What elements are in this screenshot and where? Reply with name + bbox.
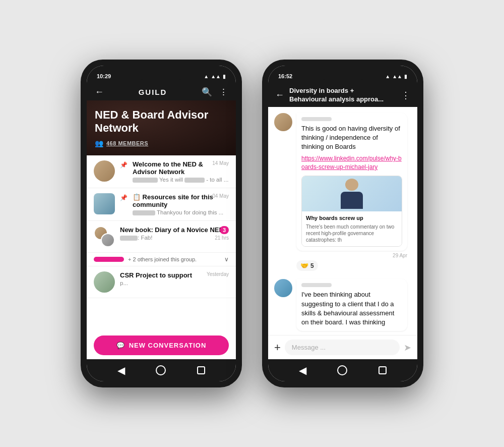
fab-label: NEW CONVERSATION bbox=[129, 342, 207, 349]
chevron-down-icon[interactable]: ∨ bbox=[224, 256, 229, 263]
send-button[interactable]: ➤ bbox=[404, 342, 411, 353]
conv-name-newbook: New book: Diary of a Novice NED bbox=[120, 226, 229, 234]
wifi-icon-2: ▲ bbox=[385, 74, 390, 79]
more-icon-2[interactable]: ⋮ bbox=[401, 90, 410, 101]
link-preview-image bbox=[302, 176, 402, 211]
chat-title-line1: Diversity in boards + bbox=[289, 87, 396, 95]
recents-nav-icon-2[interactable] bbox=[379, 366, 387, 374]
conv-content-newbook: New book: Diary of a Novice NED : Fab! bbox=[120, 226, 229, 241]
sender-name-blur-2 bbox=[301, 283, 332, 287]
battery-icon-2: ▮ bbox=[404, 74, 407, 79]
group-banner: NED & Board Advisor Network 👥 468 MEMBER… bbox=[87, 100, 236, 155]
attach-button[interactable]: + bbox=[274, 341, 281, 354]
reaction-count-1: 5 bbox=[310, 262, 314, 269]
status-time-1: 10:29 bbox=[97, 73, 111, 79]
conv-preview-welcome: Yes it will - to all ... bbox=[133, 177, 229, 183]
joined-names bbox=[94, 257, 124, 262]
wifi-icon: ▲ bbox=[204, 74, 209, 79]
avatar-csr bbox=[94, 271, 115, 293]
fab-container: 💬 NEW CONVERSATION bbox=[87, 333, 236, 359]
chat-bubble-1: This is good on having diversity of thin… bbox=[296, 113, 407, 271]
home-nav-icon-1[interactable] bbox=[156, 365, 166, 375]
group-title: NED & Board Advisor Network bbox=[95, 108, 228, 135]
conv-item-welcome[interactable]: 📌 Welcome to the NED & Advisor Network Y… bbox=[87, 155, 236, 188]
status-icons-1: ▲ ▲▲ ▮ bbox=[204, 74, 226, 79]
conv-time-resources: 04 May bbox=[212, 193, 229, 199]
conv-time-newbook: 21 hrs bbox=[215, 235, 229, 241]
sender-name-blur-1 bbox=[301, 117, 332, 121]
nav-bar-2: ◀ bbox=[268, 359, 417, 381]
notch-2 bbox=[318, 69, 368, 80]
signal-icon: ▲▲ bbox=[211, 74, 221, 79]
person-body bbox=[341, 192, 363, 209]
back-nav-icon-2[interactable]: ◀ bbox=[299, 364, 306, 376]
header-icons: 🔍 ⋮ bbox=[202, 87, 228, 97]
conv-item-resources[interactable]: 📌 📋 Resources site for this community Th… bbox=[87, 188, 236, 221]
conv-time-csr: Yesterday bbox=[207, 271, 229, 277]
chat-message-1: This is good on having diversity of thin… bbox=[274, 113, 411, 271]
conv-time-welcome: 14 May bbox=[212, 160, 229, 166]
conv-item-csr[interactable]: CSR Project to support p... Yesterday bbox=[87, 266, 236, 298]
joined-text: + 2 others joined this group. bbox=[128, 256, 197, 262]
conv-preview-newbook: : Fab! bbox=[120, 235, 229, 241]
back-nav-icon-1[interactable]: ◀ bbox=[117, 364, 125, 376]
joined-row: + 2 others joined this group. ∨ bbox=[87, 253, 236, 266]
reaction-emoji-1: 🤝 bbox=[300, 262, 308, 269]
link-preview[interactable]: Why boards screw up There's been much co… bbox=[301, 176, 402, 247]
more-icon[interactable]: ⋮ bbox=[219, 87, 228, 97]
bubble-content-1: This is good on having diversity of thin… bbox=[296, 113, 407, 251]
back-arrow-icon-2[interactable]: ← bbox=[275, 90, 284, 100]
chat-title: Diversity in boards + Behavioural analys… bbox=[289, 87, 396, 104]
chat-avatar-2 bbox=[274, 279, 292, 297]
chat-header: ← Diversity in boards + Behavioural anal… bbox=[268, 84, 417, 107]
search-icon[interactable]: 🔍 bbox=[202, 87, 212, 97]
pin-icon-2: 📌 bbox=[120, 194, 128, 201]
person-silhouette bbox=[339, 179, 364, 209]
pin-icon-1: 📌 bbox=[120, 161, 128, 169]
conv-preview-csr: p... bbox=[120, 280, 229, 286]
phone-2: 16:52 ▲ ▲▲ ▮ ← Diversity in boards + Beh… bbox=[262, 60, 423, 387]
chat-area: This is good on having diversity of thin… bbox=[268, 107, 417, 335]
back-arrow-icon[interactable]: ← bbox=[95, 87, 104, 97]
reactions-1[interactable]: 🤝 5 bbox=[296, 260, 318, 271]
app-title: GUILD bbox=[139, 88, 167, 96]
members-row[interactable]: 👥 468 MEMBERS bbox=[95, 139, 228, 147]
person-head bbox=[345, 179, 358, 191]
conv-item-newbook[interactable]: New book: Diary of a Novice NED : Fab! 3… bbox=[87, 221, 236, 253]
battery-icon: ▮ bbox=[223, 74, 226, 79]
members-icon: 👥 bbox=[95, 139, 103, 147]
message-text-1: This is good on having diversity of thin… bbox=[301, 125, 400, 150]
chat-avatar-1 bbox=[274, 113, 292, 131]
message-text-2: I've been thinking about suggesting to a… bbox=[301, 291, 394, 326]
status-time-2: 16:52 bbox=[278, 73, 292, 79]
conv-preview-resources: Thankyou for doing this ... bbox=[133, 209, 229, 215]
nav-bar-1: ◀ bbox=[87, 359, 236, 381]
status-icons-2: ▲ ▲▲ ▮ bbox=[385, 74, 407, 79]
message-placeholder: Message ... bbox=[292, 344, 326, 351]
bubble-content-2: I've been thinking about suggesting to a… bbox=[296, 279, 407, 331]
avatar-resources bbox=[94, 193, 115, 214]
chat-title-line2: Behavioural analysis approa... bbox=[289, 95, 396, 104]
notch bbox=[136, 69, 186, 80]
badge-newbook: 3 bbox=[220, 226, 229, 234]
recents-nav-icon-1[interactable] bbox=[197, 366, 205, 374]
members-count: 468 MEMBERS bbox=[106, 140, 148, 146]
chat-input-bar: + Message ... ➤ bbox=[268, 335, 417, 359]
link-preview-title: Why boards screw up bbox=[306, 214, 398, 222]
app-header-1: ← GUILD 🔍 ⋮ bbox=[87, 84, 236, 100]
message-time-1: 29 Apr bbox=[296, 253, 407, 258]
message-input[interactable]: Message ... bbox=[285, 340, 400, 355]
conversation-list: 📌 Welcome to the NED & Advisor Network Y… bbox=[87, 155, 236, 359]
signal-icon-2: ▲▲ bbox=[392, 74, 402, 79]
chat-message-2: I've been thinking about suggesting to a… bbox=[274, 279, 411, 331]
chat-icon: 💬 bbox=[116, 342, 125, 349]
linkedin-link[interactable]: https://www.linkedin.com/pulse/why-board… bbox=[301, 154, 402, 172]
link-preview-content: Why boards screw up There's been much co… bbox=[302, 211, 402, 246]
link-preview-desc: There's been much commentary on two rece… bbox=[306, 224, 398, 243]
avatar-newbook bbox=[94, 226, 115, 247]
new-conversation-button[interactable]: 💬 NEW CONVERSATION bbox=[94, 336, 229, 355]
phone-1: 10:29 ▲ ▲▲ ▮ ← GUILD 🔍 ⋮ NED & Board Adv… bbox=[81, 60, 242, 387]
home-nav-icon-2[interactable] bbox=[337, 365, 347, 375]
avatar-welcome bbox=[94, 160, 115, 182]
